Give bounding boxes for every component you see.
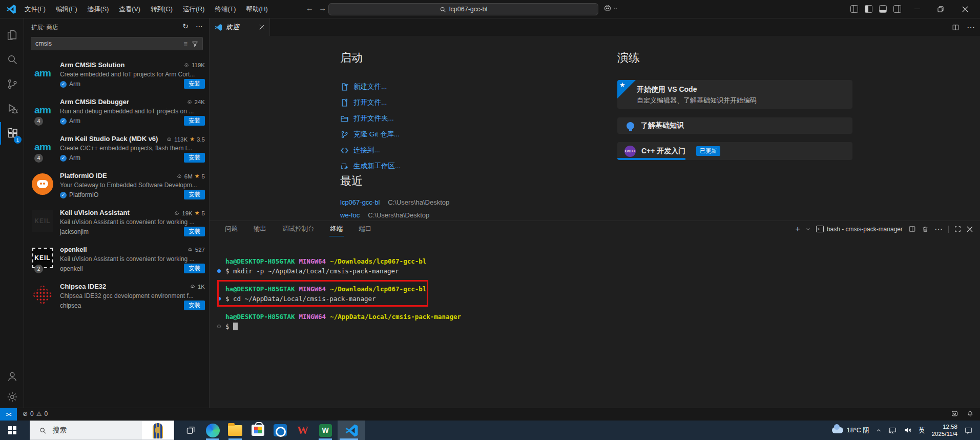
menu-edit[interactable]: 编辑(E) xyxy=(51,5,82,14)
more-actions-icon[interactable]: ⋯ xyxy=(196,22,203,30)
recent-item[interactable]: we-foc C:\Users\ha\Desktop xyxy=(340,210,429,220)
taskbar-app-vscode[interactable] xyxy=(338,421,365,440)
extension-row-arm-cmsis-solution[interactable]: arm Arm CMSIS Solution 119K Create embed… xyxy=(24,57,210,94)
menu-goto[interactable]: 转到(G) xyxy=(145,5,178,14)
install-button[interactable]: 安装 xyxy=(184,116,205,126)
walkthrough-getting-started-card[interactable]: ★ 开始使用 VS Code 自定义编辑器、了解基础知识并开始编码 xyxy=(617,80,852,109)
menu-terminal[interactable]: 终端(T) xyxy=(210,5,241,14)
extension-row-platformio[interactable]: PlatformIO IDE 6M ★ 5 Your Gateway to Em… xyxy=(24,168,210,205)
volume-tray-icon[interactable] xyxy=(904,426,912,434)
hidden-icons-chevron[interactable] xyxy=(876,428,882,433)
extensions-icon[interactable]: 1 xyxy=(0,122,24,145)
terminal-instance-item[interactable]: >_ bash - cmsis-pack-manager xyxy=(816,226,903,233)
toggle-secondary-sidebar-icon[interactable] xyxy=(893,5,901,13)
extension-row-keil-uvision-assistant[interactable]: KEIL Keil uVision Assistant 19K ★ 5 Keil… xyxy=(24,205,210,242)
extensions-search-input[interactable] xyxy=(31,40,183,47)
ime-indicator[interactable]: 英 xyxy=(919,426,925,435)
menu-run[interactable]: 运行(R) xyxy=(178,5,210,14)
taskbar-app-wps[interactable]: W xyxy=(291,421,314,440)
tab-ports[interactable]: 端口 xyxy=(358,222,373,236)
clock[interactable]: 12:58 2025/11/4 xyxy=(932,423,957,437)
tab-problems[interactable]: 问题 xyxy=(224,222,239,236)
extension-row-arm-cmsis-debugger[interactable]: arm 4 Arm CMSIS Debugger 24K Run and deb… xyxy=(24,94,210,131)
search-sidebar-icon[interactable] xyxy=(0,48,24,71)
new-file-link[interactable]: 新建文件... xyxy=(340,81,387,92)
panel-more-actions-icon[interactable]: ⋯ xyxy=(934,224,943,234)
remote-indicator[interactable]: >< xyxy=(0,408,17,421)
new-workspace-link[interactable]: 生成新工作区... xyxy=(340,161,401,172)
taskbar-app-store[interactable] xyxy=(246,421,269,440)
toggle-sidebar-filled-icon[interactable] xyxy=(865,5,872,13)
source-control-icon[interactable] xyxy=(0,73,24,95)
menu-view[interactable]: 查看(V) xyxy=(114,5,145,14)
tab-welcome[interactable]: 欢迎 xyxy=(210,18,270,36)
toggle-primary-sidebar-icon[interactable] xyxy=(850,5,858,13)
tab-debug-console[interactable]: 调试控制台 xyxy=(281,222,316,236)
install-button[interactable]: 安装 xyxy=(184,153,205,163)
menu-selection[interactable]: 选择(S) xyxy=(82,5,114,14)
open-file-link[interactable]: 打开文件... xyxy=(340,97,387,108)
forward-arrow-icon[interactable]: → xyxy=(319,4,326,12)
filter-lines-icon[interactable]: ≡ xyxy=(183,40,187,48)
split-terminal-icon[interactable] xyxy=(908,225,916,233)
editor-area: 欢迎 ⋯ 启动 新建文件... 打开文件... 打开文件夹... xyxy=(210,18,980,408)
minimize-button[interactable] xyxy=(906,0,928,18)
install-button[interactable]: 安装 xyxy=(184,190,205,199)
taskbar-app-edge[interactable] xyxy=(201,421,224,440)
chipsea-logo xyxy=(31,284,54,306)
start-button[interactable] xyxy=(0,421,25,440)
split-editor-icon[interactable] xyxy=(952,24,960,31)
tab-terminal[interactable]: 终端 xyxy=(329,222,344,236)
recent-name-link[interactable]: lcp067-gcc-bl xyxy=(340,198,380,206)
weather-widget[interactable]: 18°C 阴 xyxy=(832,426,869,435)
problems-status[interactable]: ⊘0 ⚠0 xyxy=(23,410,48,417)
taskbar-search-box[interactable]: 搜索 xyxy=(30,421,174,440)
extension-row-openkeil[interactable]: KEIL 2 openkeil 527 Keil uVision Assista… xyxy=(24,242,210,279)
search-highlight-image[interactable] xyxy=(142,421,174,439)
task-view-button[interactable] xyxy=(180,421,201,440)
walkthrough-learn-fundamentals-card[interactable]: 了解基础知识 xyxy=(617,117,852,134)
connect-to-link[interactable]: 连接到... xyxy=(340,145,380,156)
maximize-panel-icon[interactable] xyxy=(954,226,961,232)
editor-more-actions-icon[interactable]: ⋯ xyxy=(967,23,975,32)
install-button[interactable]: 安装 xyxy=(184,301,205,310)
install-button[interactable]: 安装 xyxy=(184,264,205,273)
extension-row-chipsea-ide32[interactable]: Chipsea IDE32 1K Chipsea IDE32 gcc devel… xyxy=(24,279,210,316)
kill-terminal-trash-icon[interactable] xyxy=(922,226,929,233)
install-button[interactable]: 安装 xyxy=(184,79,205,89)
close-panel-icon[interactable] xyxy=(967,226,973,232)
toggle-panel-icon[interactable] xyxy=(879,5,887,13)
settings-gear-icon[interactable] xyxy=(0,386,24,408)
filter-funnel-icon[interactable] xyxy=(192,41,198,47)
clone-repo-link[interactable]: 克隆 Git 仓库... xyxy=(340,129,400,140)
recent-name-link[interactable]: we-foc xyxy=(340,211,360,219)
run-debug-icon[interactable] xyxy=(0,97,24,120)
new-terminal-icon[interactable]: + xyxy=(796,225,800,234)
install-button[interactable]: 安装 xyxy=(184,227,205,236)
recent-item[interactable]: lcp067-gcc-bl C:\Users\ha\Desktop xyxy=(340,197,449,207)
close-tab-icon[interactable] xyxy=(259,25,264,30)
tab-output[interactable]: 输出 xyxy=(253,222,267,236)
open-folder-link[interactable]: 打开文件夹... xyxy=(340,113,394,124)
command-center-search[interactable]: lcp067-gcc-bl xyxy=(328,3,598,15)
walkthrough-cpp-card[interactable]: C/C++ C++ 开发入门 已更新 xyxy=(617,142,852,160)
restore-button[interactable] xyxy=(929,0,952,18)
menu-file[interactable]: 文件(F) xyxy=(19,5,51,14)
copilot-button[interactable] xyxy=(603,4,618,12)
refresh-icon[interactable]: ↻ xyxy=(182,22,189,30)
menu-help[interactable]: 帮助(H) xyxy=(241,5,273,14)
terminal-output[interactable]: ha@DESKTOP-H85GTAKMINGW64~/Downloads/lcp… xyxy=(210,237,980,408)
back-arrow-icon[interactable]: ← xyxy=(306,4,314,12)
taskbar-app-wps-writer[interactable]: W xyxy=(314,421,337,440)
feedback-face-icon[interactable] xyxy=(951,410,958,417)
close-window-button[interactable] xyxy=(954,0,976,18)
explorer-icon[interactable] xyxy=(0,24,24,46)
notification-center-icon[interactable] xyxy=(964,426,973,435)
taskbar-app-outlook[interactable] xyxy=(269,421,291,440)
network-tray-icon[interactable] xyxy=(888,426,897,435)
terminal-dropdown-icon[interactable] xyxy=(806,227,810,231)
taskbar-app-file-explorer[interactable] xyxy=(224,421,246,440)
notifications-bell-icon[interactable] xyxy=(967,410,974,417)
extension-row-arm-keil-studio-pack[interactable]: arm 4 Arm Keil Studio Pack (MDK v6) 113K… xyxy=(24,131,210,168)
account-icon[interactable] xyxy=(0,365,24,388)
